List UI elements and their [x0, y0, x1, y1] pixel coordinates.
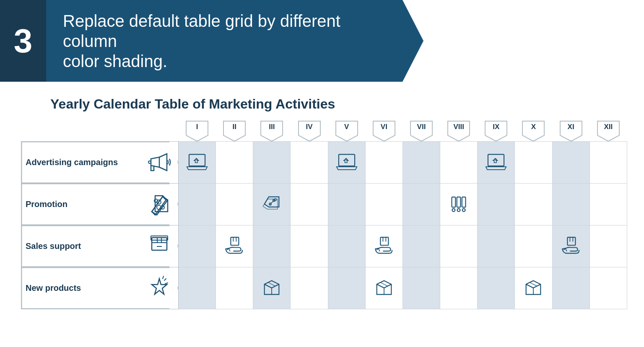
- cell-r1-c3: [291, 183, 328, 225]
- row-label-2: Sales support: [21, 225, 179, 267]
- cell-r1-c5: [365, 183, 402, 225]
- activity-icon-r3-c5: [368, 269, 400, 307]
- row-label-content: Advertising campaigns: [26, 148, 174, 177]
- cell-r0-c5: [365, 141, 402, 183]
- pennant-V: V: [335, 120, 358, 141]
- cell-r1-c10: [552, 183, 589, 225]
- cell-r1-c8: [478, 183, 515, 225]
- table-row: Sales support: [21, 225, 627, 267]
- pennant-VII: VII: [410, 120, 433, 141]
- cell-r2-c0: [179, 225, 216, 267]
- svg-point-4: [345, 159, 347, 160]
- cell-r3-c8: [478, 267, 515, 309]
- month-III: III: [253, 118, 291, 141]
- pennant-XI: XI: [559, 120, 583, 141]
- activity-icon-r1-c7: [442, 186, 475, 223]
- cell-r3-c1: [216, 267, 253, 309]
- cell-r1-c9: [515, 183, 552, 225]
- pennant-II: II: [223, 120, 246, 141]
- pennant-I: I: [185, 120, 209, 141]
- row-icon-percent-tag: [145, 189, 174, 219]
- cell-r0-c8: [478, 141, 515, 183]
- month-XI: XI: [552, 118, 589, 141]
- cell-r3-c3: [291, 267, 328, 309]
- pennant-VI: VI: [372, 120, 396, 141]
- cell-r2-c8: [478, 225, 515, 267]
- cell-r0-c6: [402, 141, 440, 183]
- pennant-VIII: VIII: [447, 120, 470, 141]
- cell-r0-c11: [589, 141, 627, 183]
- cell-r0-c0: [179, 141, 216, 183]
- svg-point-2: [196, 159, 197, 160]
- month-II: II: [216, 118, 253, 141]
- cell-r0-c10: [552, 141, 589, 183]
- subtitle: Yearly Calendar Table of Marketing Activ…: [0, 88, 644, 116]
- svg-point-19: [462, 209, 465, 212]
- cell-r3-c0: [179, 267, 216, 309]
- cell-r2-c7: [440, 225, 478, 267]
- cell-r0-c1: [216, 141, 253, 183]
- cell-r2-c4: [328, 225, 365, 267]
- header-section: 3 Replace default table grid by differen…: [0, 0, 644, 82]
- activity-icon-r0-c0: [181, 144, 213, 181]
- row-icon-megaphone: [145, 148, 174, 177]
- pennant-III: III: [260, 120, 283, 141]
- svg-rect-22: [231, 237, 239, 245]
- cell-r1-c11: [589, 183, 627, 225]
- month-X: X: [515, 118, 552, 141]
- cell-r3-c11: [589, 267, 627, 309]
- pennant-IV: IV: [298, 120, 321, 141]
- row-label-content: Promotion: [26, 189, 174, 219]
- table-row: Promotion: [21, 183, 627, 225]
- table-body: Advertising campaigns Promotion: [21, 141, 627, 309]
- svg-point-17: [457, 209, 460, 212]
- cell-r3-c5: [365, 267, 402, 309]
- cell-r2-c5: [365, 225, 402, 267]
- row-label-text: Advertising campaigns: [26, 158, 138, 167]
- activity-icon-r2-c10: [555, 228, 587, 265]
- month-VII: VII: [402, 118, 440, 141]
- cell-r3-c9: [515, 267, 552, 309]
- table-row: Advertising campaigns: [21, 141, 627, 183]
- row-label-text: Promotion: [26, 199, 138, 209]
- banner-title: Replace default table grid by different …: [46, 0, 423, 82]
- table-row: New products: [21, 267, 627, 309]
- row-icon-star: [145, 273, 174, 303]
- banner-text: Replace default table grid by different …: [63, 11, 398, 71]
- row-label-content: Sales support: [26, 231, 174, 261]
- cell-r0-c3: [291, 141, 328, 183]
- svg-rect-18: [462, 197, 466, 207]
- cell-r2-c11: [589, 225, 627, 267]
- cell-r0-c9: [515, 141, 552, 183]
- row-label-text: Sales support: [26, 241, 138, 251]
- cell-r2-c2: [253, 225, 291, 267]
- month-VIII: VIII: [440, 118, 478, 141]
- cell-r3-c10: [552, 267, 589, 309]
- cell-r1-c2: [253, 183, 291, 225]
- calendar-table: I II III: [21, 118, 627, 309]
- activity-icon-r2-c1: [218, 228, 251, 265]
- month-header-row: I II III: [21, 118, 627, 141]
- activity-icon-r1-c2: [255, 186, 288, 223]
- month-I: I: [179, 118, 216, 141]
- row-icon-store-box: [145, 231, 174, 261]
- step-number: 3: [0, 0, 46, 82]
- cell-r2-c9: [515, 225, 552, 267]
- activity-icon-r2-c5: [368, 228, 400, 265]
- table-container: I II III: [0, 118, 644, 309]
- cell-r3-c7: [440, 267, 478, 309]
- activity-icon-r3-c2: [255, 269, 288, 307]
- pennant-X: X: [522, 120, 545, 141]
- month-VI: VI: [365, 118, 402, 141]
- cell-r2-c6: [402, 225, 440, 267]
- activity-icon-r3-c9: [517, 269, 550, 307]
- month-XII: XII: [589, 118, 627, 141]
- svg-rect-24: [567, 237, 575, 245]
- row-label-0: Advertising campaigns: [21, 141, 179, 183]
- month-IV: IV: [291, 118, 328, 141]
- month-V: V: [328, 118, 365, 141]
- cell-r3-c6: [402, 267, 440, 309]
- svg-rect-16: [457, 197, 461, 207]
- cell-r2-c3: [291, 225, 328, 267]
- cell-r2-c1: [216, 225, 253, 267]
